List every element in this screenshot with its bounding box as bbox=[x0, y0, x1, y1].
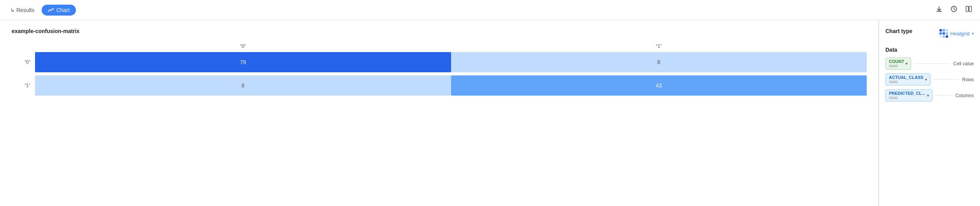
predicted-badge-text: PREDICTED_CL... none bbox=[889, 91, 926, 100]
chart-area: example-confusion-matrix “0” “1” “0” 79 … bbox=[0, 20, 879, 206]
grid-cell-0-0: 79 bbox=[35, 52, 451, 72]
col-header-1: “1” bbox=[451, 44, 867, 49]
top-bar-left: ↳ Results Chart bbox=[6, 5, 76, 16]
chart-title: example-confusion-matrix bbox=[12, 28, 867, 34]
data-row-predicted: PREDICTED_CL... none ▾ Columns bbox=[885, 89, 974, 101]
actual-class-badge-sub: none bbox=[889, 80, 924, 84]
actual-class-badge[interactable]: ACTUAL_CLASS none ▾ bbox=[885, 73, 931, 86]
predicted-badge-main: PREDICTED_CL... bbox=[889, 91, 926, 96]
right-panel: Chart type Heatgrid ▾ Data bbox=[879, 20, 980, 206]
grid-cell-0-1: 8 bbox=[451, 52, 867, 72]
heatgrid-icon bbox=[940, 29, 948, 38]
rows-label: Rows bbox=[962, 77, 974, 82]
download-button[interactable] bbox=[934, 4, 944, 16]
predicted-chevron-icon: ▾ bbox=[927, 94, 929, 98]
predicted-badge[interactable]: PREDICTED_CL... none ▾ bbox=[885, 89, 933, 101]
chart-icon bbox=[48, 7, 54, 13]
col-headers: “0” “1” bbox=[35, 44, 867, 49]
layout-icon bbox=[965, 5, 972, 12]
heatgrid-selector[interactable]: Heatgrid ▾ bbox=[940, 29, 974, 38]
count-chevron-icon: ▾ bbox=[906, 62, 908, 66]
top-bar: ↳ Results Chart bbox=[0, 0, 980, 20]
columns-label: Columns bbox=[955, 93, 974, 98]
actual-class-badge-text: ACTUAL_CLASS none bbox=[889, 75, 924, 84]
grid-row-1: “1” 8 43 bbox=[12, 75, 867, 96]
chart-button[interactable]: Chart bbox=[42, 5, 76, 16]
row-label-1: “1” bbox=[12, 83, 35, 88]
heatgrid-label: Heatgrid bbox=[950, 31, 969, 37]
grid-row-0: “0” 79 8 bbox=[12, 52, 867, 72]
main-area: example-confusion-matrix “0” “1” “0” 79 … bbox=[0, 20, 980, 206]
actual-divider bbox=[934, 79, 959, 80]
clock-icon bbox=[950, 5, 957, 12]
count-badge-sub: none bbox=[889, 64, 904, 68]
results-arrow-icon: ↳ bbox=[10, 7, 15, 13]
row-label-0: “0” bbox=[12, 59, 35, 65]
chart-type-title: Chart type bbox=[885, 28, 912, 34]
col-header-0: “0” bbox=[35, 44, 451, 49]
predicted-badge-sub: none bbox=[889, 96, 926, 100]
results-button[interactable]: ↳ Results bbox=[6, 5, 39, 16]
count-divider bbox=[914, 63, 950, 64]
count-badge[interactable]: COUNT none ▾ bbox=[885, 58, 911, 70]
grid-cell-1-1: 43 bbox=[451, 75, 867, 96]
data-row-actual: ACTUAL_CLASS none ▾ Rows bbox=[885, 73, 974, 86]
chart-type-row: Chart type Heatgrid ▾ bbox=[885, 28, 974, 39]
data-section-title: Data bbox=[885, 47, 974, 53]
cell-value-label: Cell value bbox=[953, 61, 974, 66]
clock-button[interactable] bbox=[949, 4, 959, 16]
download-icon bbox=[936, 5, 943, 12]
actual-chevron-icon: ▾ bbox=[925, 78, 927, 82]
count-badge-text: COUNT none bbox=[889, 59, 904, 68]
data-row-count: COUNT none ▾ Cell value bbox=[885, 58, 974, 70]
predicted-divider bbox=[936, 95, 952, 96]
svg-rect-2 bbox=[969, 6, 971, 12]
actual-class-badge-main: ACTUAL_CLASS bbox=[889, 75, 924, 80]
results-label: Results bbox=[16, 7, 35, 13]
chart-label: Chart bbox=[56, 7, 70, 13]
top-bar-right bbox=[934, 4, 974, 16]
svg-rect-1 bbox=[966, 6, 968, 12]
grid-cell-1-0: 8 bbox=[35, 75, 451, 96]
layout-button[interactable] bbox=[964, 4, 974, 16]
count-badge-main: COUNT bbox=[889, 59, 904, 64]
heatgrid-chevron-icon: ▾ bbox=[972, 31, 974, 36]
heatgrid-container: “0” “1” “0” 79 8 “1” 8 43 bbox=[12, 44, 867, 96]
